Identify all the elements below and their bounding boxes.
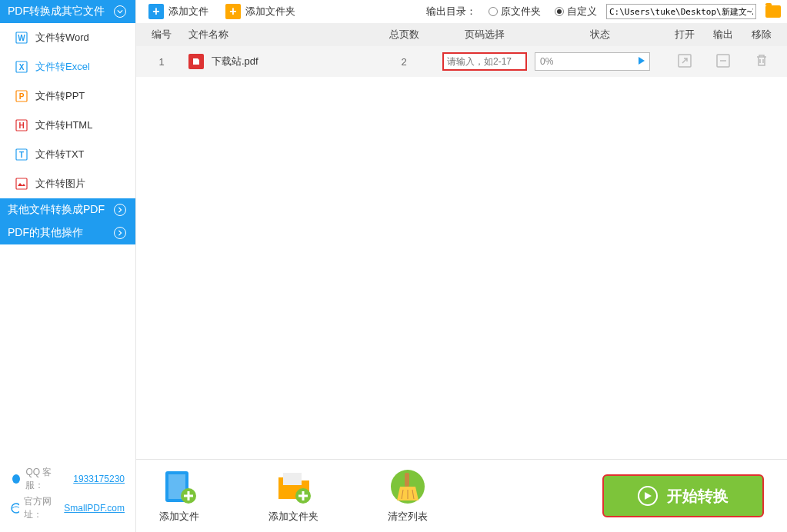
- category-label: PDF转换成其它文件: [8, 5, 105, 18]
- category-pdf-to-other[interactable]: PDF转换成其它文件: [0, 0, 135, 23]
- th-open: 打开: [665, 28, 704, 42]
- svg-text:W: W: [18, 34, 25, 42]
- radio-source-folder[interactable]: 原文件夹: [489, 5, 541, 18]
- table-header: 编号 文件名称 总页数 页码选择 状态 打开 输出 移除: [136, 23, 787, 46]
- bottom-bar: 添加文件 添加文件夹 清空列表 开始转换: [136, 459, 787, 532]
- th-output: 输出: [704, 28, 742, 42]
- sidebar-item-word[interactable]: W 文件转Word: [0, 23, 135, 52]
- cell-delete: [742, 53, 781, 71]
- th-num: 编号: [142, 28, 181, 42]
- bottom-add-file[interactable]: 添加文件: [159, 468, 199, 524]
- category-pdf-other-ops[interactable]: PDF的其他操作: [0, 221, 135, 244]
- plus-icon: +: [225, 4, 241, 19]
- table-body: 1 下载站.pdf 2 0%: [136, 46, 787, 459]
- qq-label: QQ 客服：: [25, 466, 68, 492]
- add-folder-icon: [275, 468, 312, 505]
- sidebar-footer: QQ 客服： 1933175230 官方网址： SmallPDF.com: [0, 455, 135, 532]
- svg-text:X: X: [19, 63, 25, 71]
- file-name: 下载站.pdf: [212, 55, 258, 68]
- chevron-down-icon: [114, 5, 126, 18]
- chevron-right-icon: [114, 227, 126, 239]
- cell-page-select: [435, 52, 535, 71]
- output-path-input[interactable]: [606, 4, 756, 19]
- site-label: 官方网址：: [24, 495, 59, 521]
- output-icon[interactable]: [715, 53, 731, 68]
- svg-text:P: P: [19, 92, 25, 101]
- sidebar-item-ppt[interactable]: P 文件转PPT: [0, 81, 135, 111]
- svg-text:H: H: [18, 121, 24, 130]
- cell-output: [704, 53, 742, 71]
- open-icon[interactable]: [677, 53, 692, 68]
- browse-folder-button[interactable]: [765, 5, 781, 18]
- radio-icon: [555, 7, 564, 16]
- radio-label: 原文件夹: [501, 5, 541, 18]
- image-icon: [15, 178, 28, 190]
- svg-point-11: [12, 474, 20, 484]
- cell-name: 下载站.pdf: [181, 54, 373, 69]
- html-icon: H: [15, 119, 28, 131]
- svg-rect-10: [16, 178, 27, 189]
- play-icon: [637, 56, 646, 68]
- start-convert-button[interactable]: 开始转换: [602, 474, 764, 517]
- sidebar-item-label: 文件转PPT: [35, 89, 85, 103]
- txt-icon: T: [15, 148, 28, 161]
- bottom-label: 添加文件夹: [268, 510, 318, 524]
- add-file-label: 添加文件: [168, 5, 208, 18]
- toolbar: + 添加文件 + 添加文件夹 输出目录： 原文件夹 自定义: [136, 0, 787, 23]
- svg-rect-22: [405, 473, 409, 487]
- th-pages: 总页数: [373, 28, 435, 42]
- th-page-select: 页码选择: [435, 28, 535, 42]
- add-file-button[interactable]: + 添加文件: [142, 4, 215, 19]
- add-folder-label: 添加文件夹: [245, 5, 295, 18]
- progress-bar[interactable]: 0%: [535, 52, 650, 71]
- th-name: 文件名称: [181, 28, 373, 42]
- chevron-right-icon: [114, 204, 126, 216]
- sidebar-item-txt[interactable]: T 文件转TXT: [0, 140, 135, 169]
- page-range-input[interactable]: [442, 52, 527, 71]
- category-other-to-pdf[interactable]: 其他文件转换成PDF: [0, 198, 135, 221]
- th-status: 状态: [535, 28, 665, 42]
- radio-icon: [489, 7, 498, 16]
- play-icon: [638, 486, 658, 506]
- add-folder-button[interactable]: + 添加文件夹: [219, 4, 302, 19]
- excel-icon: X: [15, 61, 28, 73]
- ie-icon: [11, 503, 19, 514]
- sidebar-item-image[interactable]: 文件转图片: [0, 169, 135, 198]
- add-file-icon: [161, 468, 198, 505]
- category-label: PDF的其他操作: [8, 226, 83, 240]
- plus-icon: +: [148, 4, 164, 19]
- sidebar-item-label: 文件转TXT: [35, 148, 85, 161]
- sidebar-item-html[interactable]: H 文件转HTML: [0, 111, 135, 140]
- qq-icon: [11, 474, 21, 484]
- sidebar-item-excel[interactable]: X 文件转Excel: [0, 52, 135, 81]
- sidebar-item-label: 文件转图片: [35, 177, 85, 191]
- svg-text:T: T: [19, 151, 24, 159]
- qq-link[interactable]: 1933175230: [73, 474, 125, 484]
- cell-status: 0%: [535, 52, 665, 71]
- site-link[interactable]: SmallPDF.com: [64, 503, 125, 514]
- svg-rect-19: [283, 473, 302, 485]
- sidebar-item-label: 文件转Excel: [35, 60, 90, 74]
- progress-text: 0%: [540, 56, 553, 67]
- cell-pages: 2: [373, 56, 435, 68]
- cell-num: 1: [142, 56, 181, 68]
- output-dir-label: 输出目录：: [426, 5, 476, 18]
- category-label: 其他文件转换成PDF: [8, 203, 105, 217]
- broom-icon: [389, 468, 426, 505]
- trash-icon[interactable]: [754, 53, 769, 68]
- bottom-add-folder[interactable]: 添加文件夹: [268, 468, 318, 524]
- word-icon: W: [15, 32, 28, 44]
- radio-custom-folder[interactable]: 自定义: [555, 5, 597, 18]
- radio-label: 自定义: [567, 5, 597, 18]
- th-delete: 移除: [742, 28, 781, 42]
- cell-open: [665, 53, 704, 71]
- pdf-icon: [188, 54, 204, 69]
- bottom-clear-list[interactable]: 清空列表: [388, 468, 428, 524]
- start-label: 开始转换: [667, 486, 729, 507]
- sidebar-item-label: 文件转HTML: [35, 118, 92, 132]
- bottom-label: 清空列表: [388, 510, 428, 524]
- sidebar-items: W 文件转Word X 文件转Excel P 文件转PPT H 文件转HTML …: [0, 23, 135, 198]
- table-row: 1 下载站.pdf 2 0%: [136, 46, 787, 77]
- sidebar-item-label: 文件转Word: [35, 31, 89, 45]
- bottom-label: 添加文件: [159, 510, 199, 524]
